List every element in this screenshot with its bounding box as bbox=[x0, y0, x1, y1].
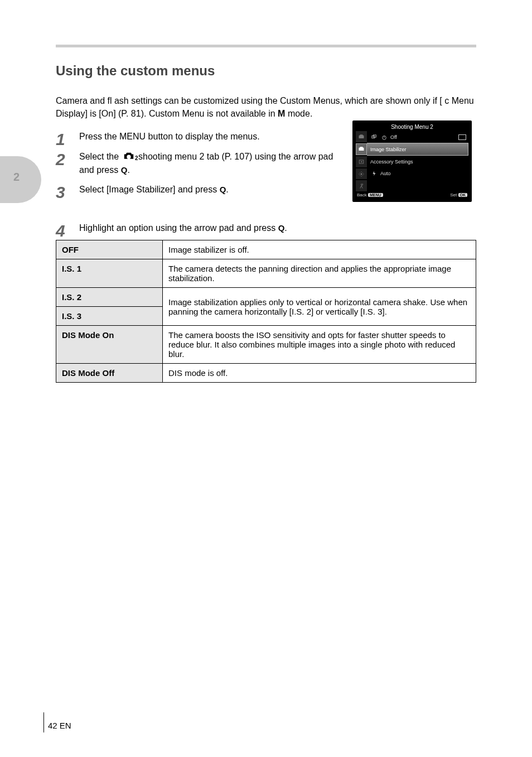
option-is2-is3-desc: Image stabilization applies only to vert… bbox=[163, 288, 476, 326]
svg-line-6 bbox=[360, 172, 360, 173]
ok-button-glyph: Q bbox=[121, 164, 128, 176]
table-row: DIS Mode On The camera boosts the ISO se… bbox=[56, 326, 476, 364]
camera-menu-tabs bbox=[356, 131, 367, 191]
camera-screen-title: Shooting Menu 2 bbox=[356, 124, 468, 130]
custom-tab-icon bbox=[356, 168, 367, 180]
svg-line-7 bbox=[362, 175, 363, 176]
playback-tab-icon bbox=[356, 156, 367, 167]
option-off-header: OFF bbox=[56, 240, 163, 259]
option-dis-on-header: DIS Mode On bbox=[56, 326, 163, 364]
header-rule bbox=[56, 45, 476, 47]
step-number-1: 1 bbox=[56, 130, 74, 149]
camera-menu-items: Off Image Stabilizer Accessory Settings … bbox=[367, 131, 468, 191]
menu-item-flash: Auto bbox=[367, 168, 468, 180]
svg-line-8 bbox=[360, 175, 360, 176]
shooting-menu-2-icon: 2 bbox=[123, 150, 135, 163]
menu-item-flash-value: Auto bbox=[380, 171, 391, 176]
iauto-mode-glyph: M bbox=[278, 109, 285, 118]
option-off-desc: Image stabilizer is off. bbox=[163, 240, 476, 259]
menu-item-accessory: Accessory Settings bbox=[367, 156, 468, 167]
step-2-text-pre: Select the bbox=[79, 152, 122, 161]
menu-display-link-glyph: c bbox=[444, 96, 449, 105]
table-row: I.S. 2 Image stabilization applies only … bbox=[56, 288, 476, 307]
option-dis-off-desc: DIS mode is off. bbox=[163, 364, 476, 383]
page-number: 42 EN bbox=[48, 721, 71, 730]
ok-button-glyph: Q bbox=[220, 184, 226, 196]
step-number-2: 2 bbox=[56, 150, 74, 169]
table-row: OFF Image stabilizer is off. bbox=[56, 240, 476, 259]
intro-text-1: Camera and fl ash settings can be custom… bbox=[56, 96, 442, 105]
table-row: I.S. 1 The camera detects the panning di… bbox=[56, 259, 476, 288]
menu-item-drive-value: Off bbox=[390, 134, 397, 140]
svg-line-9 bbox=[362, 172, 363, 173]
step-4-text: Highlight an option using the arrow pad … bbox=[79, 223, 278, 233]
option-is1-desc: The camera detects the panning direction… bbox=[163, 259, 476, 288]
ok-button-glyph: Q bbox=[278, 222, 285, 234]
menu-item-image-stabilizer: Image Stabilizer bbox=[367, 143, 468, 156]
step-3-text: Select [Image Stabilizer] and press bbox=[79, 185, 220, 194]
chapter-number: 2 bbox=[13, 171, 20, 184]
shooting-menu-1-tab-icon bbox=[356, 131, 367, 142]
self-timer-icon bbox=[380, 134, 388, 140]
section-title: Using the custom menus bbox=[56, 63, 476, 79]
chapter-tab: 2 bbox=[0, 156, 41, 203]
option-is2-header: I.S. 2 bbox=[56, 288, 163, 307]
option-is3-header: I.S. 3 bbox=[56, 307, 163, 326]
intro-paragraph: Camera and fl ash settings can be custom… bbox=[56, 94, 476, 120]
footer-rule bbox=[43, 712, 44, 732]
option-is1-header: I.S. 1 bbox=[56, 259, 163, 288]
option-dis-off-header: DIS Mode Off bbox=[56, 364, 163, 383]
intro-text-3: mode. bbox=[288, 109, 312, 118]
menu-item-accessory-label: Accessory Settings bbox=[370, 159, 413, 165]
image-stabilizer-options-table: OFF Image stabilizer is off. I.S. 1 The … bbox=[56, 240, 476, 383]
menu-item-image-stabilizer-label: Image Stabilizer bbox=[370, 147, 407, 152]
step-number-3: 3 bbox=[56, 183, 74, 202]
table-row: DIS Mode Off DIS mode is off. bbox=[56, 364, 476, 383]
flash-icon bbox=[370, 171, 378, 176]
menu-item-drive: Off bbox=[367, 131, 468, 143]
menu-item-box-icon bbox=[458, 134, 466, 140]
step-number-4: 4 bbox=[56, 221, 74, 240]
svg-point-1 bbox=[361, 173, 362, 175]
option-dis-on-desc: The camera boosts the ISO sensitivity an… bbox=[163, 326, 476, 364]
step-3: 3 Select [Image Stabilizer] and press Q. bbox=[56, 183, 476, 196]
shooting-menu-2-tab-icon bbox=[356, 143, 367, 156]
step-4: 4 Highlight an option using the arrow pa… bbox=[56, 221, 476, 234]
sequential-icon bbox=[370, 134, 378, 140]
